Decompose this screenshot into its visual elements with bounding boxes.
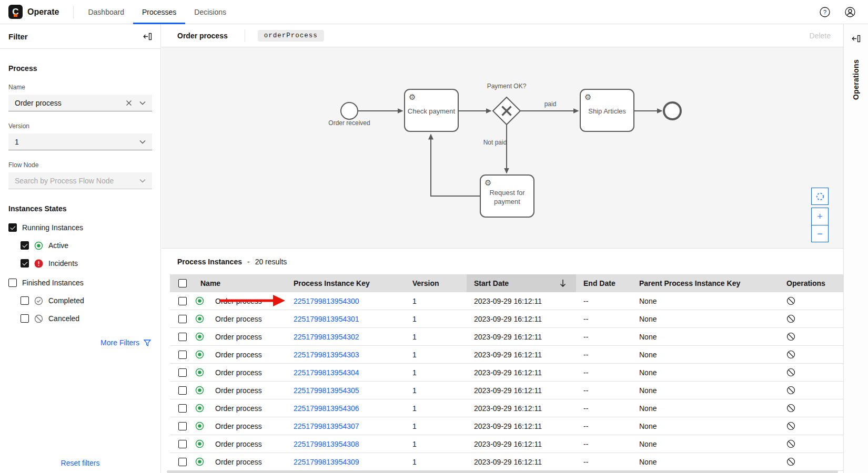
instance-version: 1: [405, 386, 467, 395]
cancel-operation-icon[interactable]: [786, 368, 795, 377]
row-checkbox[interactable]: [178, 458, 187, 466]
clear-selection-icon[interactable]: [126, 100, 132, 106]
row-checkbox[interactable]: [178, 422, 187, 430]
instance-start-date: 2023-09-29 16:12:11: [467, 440, 576, 448]
select-all-checkbox[interactable]: [178, 279, 187, 287]
incidents-checkbox[interactable]: [21, 259, 29, 268]
process-instance-key-link[interactable]: 2251799813954302: [294, 333, 359, 341]
incident-state-icon: [34, 259, 43, 268]
tab-processes[interactable]: Processes: [133, 0, 185, 24]
chevron-down-icon[interactable]: [139, 140, 146, 144]
process-instance-key-link[interactable]: 2251799813954303: [294, 351, 359, 359]
minus-icon: −: [817, 229, 823, 239]
cancel-operation-icon[interactable]: [786, 296, 795, 305]
more-filters-button[interactable]: More Filters: [8, 338, 152, 347]
chevron-down-icon[interactable]: [139, 101, 146, 105]
active-instance-icon: [195, 332, 204, 341]
process-id-badge: orderProcess: [258, 30, 324, 42]
table-row[interactable]: Order process 2251799813954309 1 2023-09…: [170, 453, 843, 471]
row-checkbox[interactable]: [178, 315, 187, 323]
instances-table-body: Order process 2251799813954300 1 2023-09…: [162, 292, 843, 471]
user-menu-button[interactable]: [844, 6, 856, 18]
cancel-operation-icon[interactable]: [786, 350, 795, 359]
camunda-logo-icon[interactable]: C: [8, 5, 23, 19]
cancel-operation-icon[interactable]: [786, 457, 795, 466]
instance-parent-key: None: [632, 440, 779, 448]
process-name-select[interactable]: Order process: [8, 95, 152, 111]
table-row[interactable]: Order process 2251799813954304 1 2023-09…: [170, 364, 843, 382]
instance-end-date: --: [576, 368, 632, 377]
table-header-row: Name Process Instance Key Version Start …: [170, 274, 843, 292]
cancel-operation-icon[interactable]: [786, 314, 795, 323]
process-instance-key-link[interactable]: 2251799813954305: [294, 386, 359, 395]
end-event[interactable]: [664, 102, 681, 119]
process-instance-key-link[interactable]: 2251799813954307: [294, 422, 359, 430]
cancel-operation-icon[interactable]: [786, 439, 795, 448]
completed-checkbox[interactable]: [21, 296, 29, 305]
process-instance-key-link[interactable]: 2251799813954300: [294, 297, 359, 305]
instance-start-date: 2023-09-29 16:12:11: [467, 297, 576, 305]
column-header-operations: Operations: [779, 274, 843, 292]
table-row[interactable]: Order process 2251799813954300 1 2023-09…: [170, 292, 843, 310]
cancel-operation-icon[interactable]: [786, 404, 795, 413]
column-header-process-instance-key[interactable]: Process Instance Key: [286, 274, 405, 292]
diagram-zoom-out-button[interactable]: −: [811, 225, 829, 242]
horizontal-scrollbar[interactable]: [167, 470, 838, 473]
running-instances-checkbox[interactable]: [8, 223, 17, 232]
table-row[interactable]: Order process 2251799813954307 1 2023-09…: [170, 417, 843, 435]
active-checkbox[interactable]: [21, 241, 29, 250]
table-row[interactable]: Order process 2251799813954303 1 2023-09…: [170, 346, 843, 364]
help-icon: ?: [819, 6, 831, 18]
process-instance-key-link[interactable]: 2251799813954309: [294, 458, 359, 466]
expand-right-panel-icon: [852, 34, 861, 43]
expand-operations-button[interactable]: [850, 32, 862, 45]
instance-end-date: --: [576, 297, 632, 305]
cancel-operation-icon[interactable]: [786, 386, 795, 395]
table-row[interactable]: Order process 2251799813954308 1 2023-09…: [170, 435, 843, 453]
bpmn-diagram-canvas[interactable]: Order received ⚙ Check payment Payment O…: [162, 47, 843, 248]
column-header-parent-key[interactable]: Parent Process Instance Key: [632, 274, 779, 292]
help-button[interactable]: ?: [819, 6, 831, 18]
process-instance-key-link[interactable]: 2251799813954306: [294, 404, 359, 413]
row-checkbox[interactable]: [178, 404, 187, 413]
canceled-checkbox[interactable]: [21, 314, 29, 323]
version-select[interactable]: 1: [8, 133, 152, 150]
column-header-version[interactable]: Version: [405, 274, 467, 292]
collapse-panel-button[interactable]: [143, 32, 152, 41]
operations-panel-collapsed: Operations: [843, 24, 868, 473]
reset-filters-button[interactable]: Reset filters: [0, 459, 160, 467]
tab-dashboard[interactable]: Dashboard: [79, 0, 133, 24]
cancel-operation-icon[interactable]: [786, 421, 795, 430]
diagram-reset-zoom-button[interactable]: [811, 188, 829, 205]
start-event-order-received[interactable]: [341, 102, 358, 119]
column-header-start-date[interactable]: Start Date: [467, 274, 576, 292]
table-row[interactable]: Order process 2251799813954302 1 2023-09…: [170, 328, 843, 346]
diagram-zoom-in-button[interactable]: +: [811, 208, 829, 225]
instance-parent-key: None: [632, 386, 779, 395]
process-instance-key-link[interactable]: 2251799813954301: [294, 315, 359, 323]
active-instance-icon: [195, 314, 204, 323]
filter-active: Active: [21, 240, 152, 251]
table-row[interactable]: Order process 2251799813954305 1 2023-09…: [170, 382, 843, 399]
row-checkbox[interactable]: [178, 297, 187, 305]
row-checkbox[interactable]: [178, 368, 187, 377]
instance-start-date: 2023-09-29 16:12:11: [467, 368, 576, 377]
canceled-label: Canceled: [48, 314, 79, 323]
process-instance-key-link[interactable]: 2251799813954308: [294, 440, 359, 448]
table-row[interactable]: Order process 2251799813954306 1 2023-09…: [170, 399, 843, 417]
delete-button[interactable]: Delete: [810, 32, 831, 40]
process-instances-section: Process Instances - 20 results Name Proc…: [162, 248, 843, 473]
column-header-name[interactable]: Name: [193, 274, 286, 292]
row-checkbox[interactable]: [178, 386, 187, 395]
tab-decisions[interactable]: Decisions: [185, 0, 235, 24]
cancel-operation-icon[interactable]: [786, 332, 795, 341]
flow-node-select[interactable]: Search by Process Flow Node: [8, 172, 152, 189]
row-checkbox[interactable]: [178, 333, 187, 341]
active-instance-icon: [195, 386, 204, 395]
row-checkbox[interactable]: [178, 440, 187, 448]
process-instance-key-link[interactable]: 2251799813954304: [294, 368, 359, 377]
finished-instances-checkbox[interactable]: [8, 279, 17, 287]
row-checkbox[interactable]: [178, 351, 187, 359]
table-row[interactable]: Order process 2251799813954301 1 2023-09…: [170, 310, 843, 328]
column-header-end-date[interactable]: End Date: [576, 274, 632, 292]
